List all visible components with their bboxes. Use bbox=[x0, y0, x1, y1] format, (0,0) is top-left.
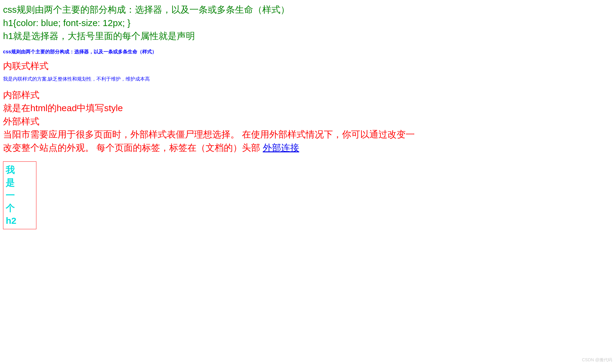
green-line-1: css规则由两个主要的部分构成：选择器，以及一条或多条生命（样式） bbox=[3, 3, 611, 16]
green-line-3: h1就是选择器，大括号里面的每个属性就是声明 bbox=[3, 29, 611, 43]
external-style-text: 改变整个站点的外观。 每个页面的标签，标签在（文档的）头部 bbox=[3, 143, 263, 153]
h2-char-5: h2 bbox=[6, 214, 34, 227]
inline-style-description: 我是内联样式的方案,缺乏整体性和规划性，不利于维护，维护成本高 bbox=[3, 76, 611, 82]
css-rule-explanation-green: css规则由两个主要的部分构成：选择器，以及一条或多条生命（样式） h1{col… bbox=[3, 3, 611, 43]
h2-char-1: 我 bbox=[6, 164, 34, 176]
internal-style-description: 就是在html的head中填写style bbox=[3, 101, 611, 115]
external-link[interactable]: 外部连接 bbox=[263, 143, 299, 153]
h2-char-4: 个 bbox=[6, 202, 34, 214]
external-style-line-1: 当阳市需要应用于很多页面时，外部样式表僵尸理想选择。 在使用外部样式情况下，你可… bbox=[3, 128, 611, 141]
green-line-2: h1{color: blue; font-size: 12px; } bbox=[3, 16, 611, 30]
css-rule-blue-small: css规则由两个主要的部分构成：选择器，以及一条或多条生命（样式） bbox=[3, 49, 611, 55]
inline-style-heading: 内联式样式 bbox=[3, 60, 611, 72]
external-style-heading: 外部样式 bbox=[3, 115, 611, 128]
h2-char-2: 是 bbox=[6, 176, 34, 189]
h2-char-3: 一 bbox=[6, 189, 34, 202]
h2-demo-box: 我 是 一 个 h2 bbox=[3, 161, 36, 229]
style-types-red-block: 内部样式 就是在html的head中填写style 外部样式 当阳市需要应用于很… bbox=[3, 88, 611, 154]
external-style-line-2: 改变整个站点的外观。 每个页面的标签，标签在（文档的）头部 外部连接 bbox=[3, 141, 611, 154]
internal-style-heading: 内部样式 bbox=[3, 88, 611, 102]
